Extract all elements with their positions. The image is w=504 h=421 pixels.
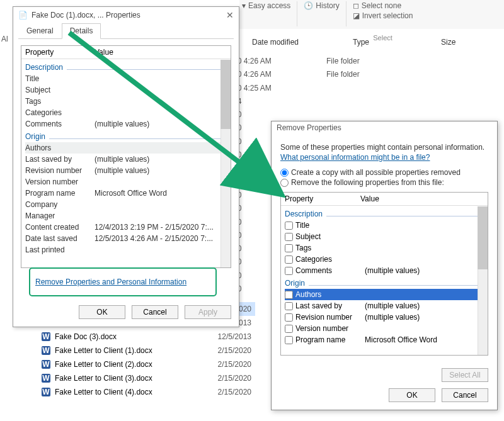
- row-version[interactable]: Version number: [25, 176, 227, 188]
- row-datesaved[interactable]: Date last saved12/5/2013 4:26 AM - 2/15/…: [25, 233, 227, 244]
- select-all-button[interactable]: Select All: [442, 368, 488, 382]
- col-date-modified[interactable]: Date modified: [252, 38, 315, 47]
- explorer-column-headers: Date modified Type Size: [252, 38, 455, 47]
- properties-dialog: 📄 Fake Doc (1).docx, ... Properties ✕ Ge…: [13, 6, 239, 327]
- easy-access-button[interactable]: ▾Easy access: [242, 1, 290, 10]
- svg-text:W: W: [42, 346, 50, 355]
- dialog-title: Fake Doc (1).docx, ... Properties: [32, 11, 222, 20]
- row-tags[interactable]: Tags: [25, 96, 227, 107]
- check-comments[interactable]: Comments(multiple values): [285, 265, 484, 276]
- col-size[interactable]: Size: [441, 38, 455, 47]
- radio-remove-following[interactable]: Remove the following properties from thi…: [280, 178, 488, 187]
- file-row[interactable]: WFake Doc (3).docx12/5/2013: [41, 330, 255, 344]
- cancel-button[interactable]: Cancel: [132, 305, 178, 319]
- check-subject[interactable]: Subject: [285, 231, 484, 242]
- check-program[interactable]: Program nameMicrosoft Office Word: [285, 334, 484, 345]
- row-created[interactable]: Content created12/4/2013 2:19 PM - 2/15/…: [25, 222, 227, 233]
- check-authors[interactable]: Authors: [285, 289, 484, 300]
- svg-text:W: W: [42, 388, 50, 396]
- row-subject[interactable]: Subject: [25, 84, 227, 96]
- file-row[interactable]: WFake Letter to Client (4).docx2/15/2020: [41, 385, 255, 399]
- apply-button[interactable]: Apply: [185, 305, 231, 319]
- row-printed[interactable]: Last printed: [25, 244, 227, 255]
- svg-text:W: W: [42, 332, 50, 341]
- ribbon: ▾Easy access 🕒History ◻Select none ◪Inve…: [239, 0, 504, 29]
- section-description: Description: [25, 63, 227, 72]
- check-revision[interactable]: Revision number(multiple values): [285, 312, 484, 323]
- dialog-title: Remove Properties: [272, 121, 497, 137]
- section-origin: Origin: [25, 132, 227, 141]
- check-version[interactable]: Version number: [285, 323, 484, 334]
- file-row[interactable]: WFake Letter to Client (1).docx2/15/2020: [41, 344, 255, 357]
- types-column: File folderFile folder: [326, 57, 360, 84]
- remove-property-list: PropertyValue Description Title Subject …: [280, 192, 488, 356]
- word-doc-icon: W: [41, 332, 51, 342]
- section-description: Description: [285, 210, 484, 218]
- file-row[interactable]: WFake Letter to Client (2).docx2/15/2020: [41, 357, 255, 371]
- check-tags[interactable]: Tags: [285, 242, 484, 254]
- invert-selection-button[interactable]: ◪Invert selection: [353, 11, 413, 20]
- check-lastsaved[interactable]: Last saved by(multiple values): [285, 300, 484, 312]
- section-origin: Origin: [285, 279, 484, 288]
- row-categories[interactable]: Categories: [25, 107, 227, 118]
- info-text: Some of these properties might contain p…: [280, 143, 488, 152]
- check-title[interactable]: Title: [285, 220, 484, 231]
- history-icon: 🕒: [304, 1, 313, 10]
- select-none-button[interactable]: ◻Select none: [353, 1, 413, 10]
- row-program[interactable]: Program nameMicrosoft Office Word: [25, 188, 227, 199]
- col-type[interactable]: Type: [353, 38, 403, 47]
- cancel-button[interactable]: Cancel: [442, 388, 488, 402]
- tab-details[interactable]: Details: [62, 23, 101, 39]
- file-row[interactable]: WFake Letter to Client (3).docx2/15/2020: [41, 371, 255, 385]
- check-categories[interactable]: Categories: [285, 254, 484, 265]
- word-doc-icon: W: [41, 373, 51, 383]
- radio-create-copy[interactable]: Create a copy with all possible properti…: [280, 168, 488, 177]
- invert-icon: ◪: [353, 11, 360, 20]
- history-button[interactable]: 🕒History: [304, 1, 339, 10]
- remove-link-highlight: Remove Properties and Personal Informati…: [29, 267, 217, 296]
- tab-general[interactable]: General: [18, 23, 62, 38]
- remove-properties-dialog: Remove Properties Some of these properti…: [271, 121, 498, 410]
- row-authors[interactable]: Authors: [25, 142, 227, 154]
- nav-letter: Al: [1, 35, 8, 43]
- file-icon: 📄: [18, 11, 28, 20]
- row-lastsaved[interactable]: Last saved by(multiple values): [25, 154, 227, 165]
- scroll-thumb[interactable]: [478, 206, 488, 269]
- word-doc-icon: W: [41, 345, 51, 356]
- row-company[interactable]: Company: [25, 199, 227, 210]
- close-icon[interactable]: ✕: [226, 10, 234, 20]
- row-title[interactable]: Title: [25, 73, 227, 84]
- property-list: PropertyValue Description Title Subject …: [21, 45, 231, 268]
- properties-tabs: General Details: [18, 23, 234, 39]
- word-doc-icon: W: [41, 359, 51, 369]
- svg-text:W: W: [42, 374, 50, 383]
- row-comments[interactable]: Comments(multiple values): [25, 118, 227, 130]
- select-none-icon: ◻: [353, 1, 359, 10]
- row-revision[interactable]: Revision number(multiple values): [25, 165, 227, 176]
- scroll-thumb[interactable]: [220, 60, 231, 129]
- ok-button[interactable]: OK: [79, 305, 125, 319]
- svg-text:W: W: [42, 360, 50, 369]
- row-manager[interactable]: Manager: [25, 210, 227, 222]
- ok-button[interactable]: OK: [389, 388, 435, 402]
- chevron-down-icon: ▾: [242, 1, 246, 10]
- word-doc-icon: W: [41, 387, 51, 397]
- help-link[interactable]: What personal information might be in a …: [280, 153, 430, 162]
- remove-properties-link[interactable]: Remove Properties and Personal Informati…: [35, 278, 186, 286]
